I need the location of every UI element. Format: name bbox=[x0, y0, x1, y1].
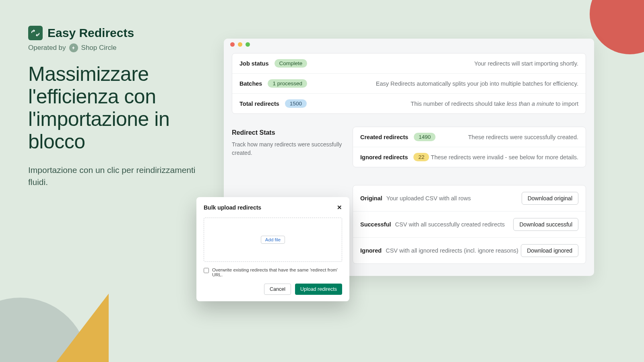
marketing-copy: Easy Redirects Operated by Shop Circle M… bbox=[28, 26, 197, 189]
bolt-icon bbox=[71, 45, 76, 50]
batches-row: Batches 1 processed Easy Redirects autom… bbox=[232, 74, 586, 94]
download-ignored-row: Ignored CSV with all ignored redirects (… bbox=[353, 238, 586, 263]
bulk-upload-modal: Bulk upload redirects ✕ Add file Overwri… bbox=[196, 197, 349, 301]
operated-by-row: Operated by Shop Circle bbox=[28, 43, 197, 52]
window-close-dot[interactable] bbox=[230, 42, 235, 47]
redirect-stats-legend: Redirect Stats Track how many redirects … bbox=[232, 127, 345, 167]
download-original-name: Original bbox=[360, 195, 382, 202]
decoration-yellow-tri bbox=[56, 294, 109, 362]
job-status-helper: Your redirects will start importing shor… bbox=[474, 60, 578, 67]
download-ignored-desc: CSV with all ignored redirects (incl. ig… bbox=[386, 247, 518, 254]
job-status-row: Job status Complete Your redirects will … bbox=[232, 53, 586, 74]
download-original-row: Original Your uploaded CSV with all rows… bbox=[353, 185, 586, 212]
modal-header: Bulk upload redirects ✕ bbox=[204, 204, 342, 211]
overwrite-checkbox-row[interactable]: Overwrite existing redirects that have t… bbox=[204, 267, 342, 277]
created-label: Created redirects bbox=[360, 134, 408, 140]
redirect-stats-section: Redirect Stats Track how many redirects … bbox=[232, 127, 586, 167]
total-redirects-row: Total redirects 1500 This number of redi… bbox=[232, 94, 586, 113]
total-helper-pre: This number of redirects should take bbox=[411, 101, 507, 107]
created-helper: These redirects were successfully create… bbox=[468, 134, 578, 140]
redirect-stats-caption: Track how many redirects were successful… bbox=[232, 140, 345, 157]
redirect-icon bbox=[31, 29, 40, 37]
batches-helper: Easy Redirects automatically splits your… bbox=[376, 80, 578, 87]
subheadline: Importazione con un clic per reindirizza… bbox=[28, 164, 197, 189]
file-dropzone[interactable]: Add file bbox=[204, 218, 342, 262]
redirect-stats-panel: Created redirects 1490 These redirects w… bbox=[353, 127, 586, 167]
ignored-helper: These redirects were invalid - see below… bbox=[431, 154, 578, 160]
download-original-desc: Your uploaded CSV with all rows bbox=[386, 195, 471, 202]
download-ignored-button[interactable]: Download ignored bbox=[521, 244, 578, 257]
total-label: Total redirects bbox=[239, 101, 279, 107]
total-helper-post: to import bbox=[554, 101, 578, 107]
batches-badge: 1 processed bbox=[268, 79, 307, 88]
window-minimize-dot[interactable] bbox=[238, 42, 242, 47]
ignored-badge: 22 bbox=[413, 153, 429, 161]
shop-circle-logo bbox=[69, 43, 78, 52]
close-icon[interactable]: ✕ bbox=[337, 204, 342, 211]
operated-name: Shop Circle bbox=[81, 44, 117, 52]
total-helper: This number of redirects should take les… bbox=[411, 101, 578, 107]
brand-row: Easy Redirects bbox=[28, 26, 197, 40]
brand-name: Easy Redirects bbox=[47, 26, 134, 40]
upload-button[interactable]: Upload redirects bbox=[295, 284, 342, 295]
job-status-badge: Complete bbox=[275, 59, 308, 68]
modal-title: Bulk upload redirects bbox=[204, 204, 261, 211]
download-successful-name: Successful bbox=[360, 221, 391, 228]
overwrite-label: Overwrite existing redirects that have t… bbox=[212, 267, 342, 277]
window-chrome bbox=[224, 39, 594, 50]
status-panel: Job status Complete Your redirects will … bbox=[232, 53, 586, 114]
ignored-label: Ignored redirects bbox=[360, 154, 408, 160]
operated-prefix: Operated by bbox=[28, 44, 66, 52]
download-ignored-name: Ignored bbox=[360, 247, 382, 254]
batches-label: Batches bbox=[239, 80, 262, 87]
job-status-label: Job status bbox=[239, 60, 269, 67]
download-successful-desc: CSV with all successfully created redire… bbox=[395, 221, 505, 228]
app-logo bbox=[28, 26, 43, 40]
decoration-red-circle bbox=[590, 0, 644, 54]
downloads-panel: Original Your uploaded CSV with all rows… bbox=[353, 185, 586, 264]
created-redirects-row: Created redirects 1490 These redirects w… bbox=[353, 127, 586, 147]
redirect-stats-title: Redirect Stats bbox=[232, 129, 345, 136]
total-badge: 1500 bbox=[285, 99, 307, 108]
total-helper-em: less than a minute bbox=[507, 101, 554, 107]
download-successful-row: Successful CSV with all successfully cre… bbox=[353, 212, 586, 238]
cancel-button[interactable]: Cancel bbox=[264, 284, 291, 295]
created-badge: 1490 bbox=[414, 133, 436, 141]
download-original-button[interactable]: Download original bbox=[522, 192, 578, 205]
headline: Massimizzare l'efficienza con l'importaz… bbox=[28, 63, 197, 153]
window-zoom-dot[interactable] bbox=[246, 42, 250, 47]
overwrite-checkbox[interactable] bbox=[204, 268, 209, 273]
ignored-redirects-row: Ignored redirects 22 These redirects wer… bbox=[353, 147, 586, 167]
add-file-button[interactable]: Add file bbox=[261, 236, 285, 244]
modal-actions: Cancel Upload redirects bbox=[204, 284, 342, 295]
download-successful-button[interactable]: Download successful bbox=[513, 218, 578, 231]
